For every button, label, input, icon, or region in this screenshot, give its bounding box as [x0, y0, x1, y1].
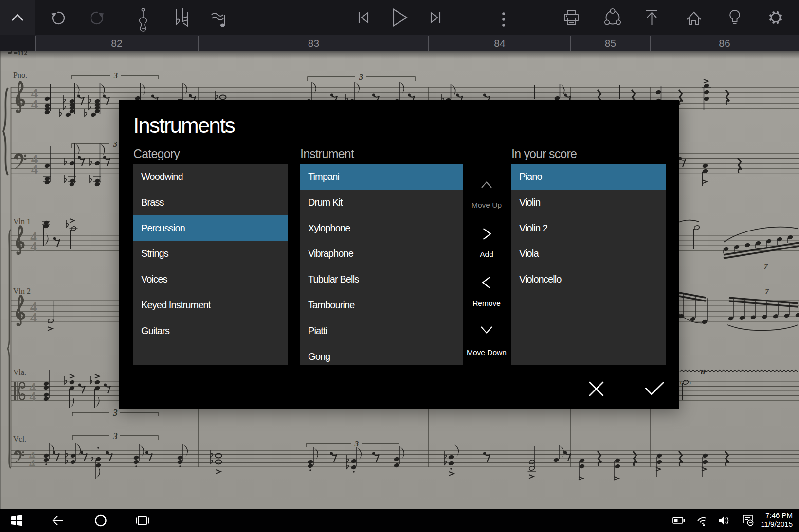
svg-text:4: 4: [30, 239, 37, 254]
svg-text:Vcl.: Vcl.: [13, 435, 26, 443]
svg-text:4: 4: [31, 161, 38, 177]
svg-text:4: 4: [29, 457, 35, 470]
svg-text:3: 3: [113, 140, 117, 148]
svg-text:Vln 1: Vln 1: [13, 217, 31, 226]
svg-text:Vla.: Vla.: [13, 368, 26, 376]
svg-text:7: 7: [764, 262, 768, 270]
svg-text:Pno.: Pno.: [13, 71, 27, 79]
svg-text:tr: tr: [701, 367, 707, 376]
svg-text:3: 3: [112, 408, 118, 418]
svg-text:4: 4: [30, 390, 36, 404]
svg-text:3: 3: [359, 73, 363, 81]
svg-text:3: 3: [354, 439, 359, 448]
svg-text:(: (: [680, 379, 682, 386]
svg-text:3: 3: [113, 71, 118, 80]
svg-text:Vln 2: Vln 2: [13, 287, 31, 295]
svg-text:4: 4: [30, 310, 37, 325]
svg-text:7: 7: [765, 287, 769, 296]
svg-text:3: 3: [112, 431, 118, 441]
svg-text:): ): [689, 379, 691, 386]
svg-text:4: 4: [31, 96, 38, 112]
